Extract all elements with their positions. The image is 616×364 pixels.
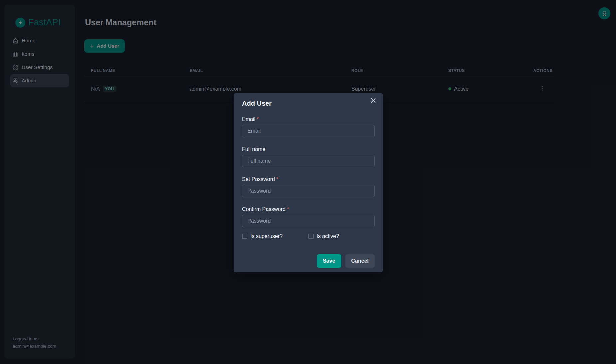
email-input[interactable] [242,125,375,137]
full-name-input[interactable] [242,155,375,167]
is-active-label: Is active? [317,233,339,239]
set-password-field-group: Set Password* [242,176,375,197]
modal-close-button[interactable] [368,95,378,106]
field-label-text: Full name [242,146,265,152]
cancel-button[interactable]: Cancel [345,254,375,268]
is-superuser-label: Is superuser? [250,233,283,239]
close-icon [371,98,376,103]
checkbox-icon [308,234,314,239]
required-asterisk: * [276,176,278,182]
full-name-field-group: Full name [242,146,375,167]
field-label-text: Set Password [242,176,275,182]
is-superuser-checkbox[interactable]: Is superuser? [242,233,308,239]
set-password-label: Set Password* [242,176,375,182]
checkbox-icon [242,234,247,239]
field-label-text: Email [242,116,255,122]
required-asterisk: * [287,206,289,212]
confirm-password-field-group: Confirm Password* [242,206,375,227]
confirm-password-input[interactable] [242,215,375,227]
confirm-password-label: Confirm Password* [242,206,375,212]
modal-footer: Save Cancel [242,254,375,268]
modal-checkbox-row: Is superuser? Is active? [242,233,375,239]
app-root: FastAPI Home Items User Settings [0,0,616,364]
full-name-label: Full name [242,146,375,152]
email-field-group: Email* [242,116,375,137]
add-user-modal: Add User Email* Full name Set Password* … [234,93,383,272]
field-label-text: Confirm Password [242,206,286,212]
is-active-checkbox[interactable]: Is active? [308,233,375,239]
modal-title: Add User [242,99,375,107]
set-password-input[interactable] [242,185,375,197]
required-asterisk: * [257,116,259,122]
email-label: Email* [242,116,375,122]
save-button[interactable]: Save [317,254,341,268]
